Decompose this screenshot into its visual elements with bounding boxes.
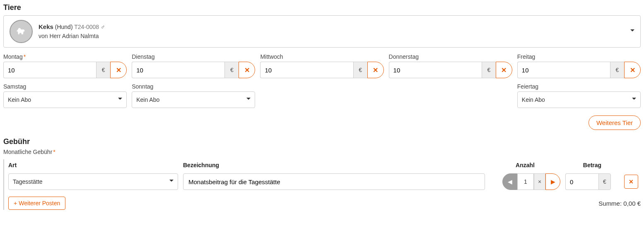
day-sonntag: Sonntag Kein Abo (132, 83, 255, 108)
col-bez: Bezeichnung (183, 162, 485, 168)
fee-row: Tagesstätte ◀ 1 × ▶ € ✕ (4, 171, 641, 192)
select-sonntag[interactable]: Kein Abo (132, 91, 255, 108)
clear-mittwoch[interactable]: ✕ (367, 62, 384, 78)
col-anzahl: Anzahl (490, 162, 560, 168)
unit-mittwoch: € (353, 62, 367, 78)
animal-card[interactable]: Keks (Hund) T24-0008 ♂ von Herr Adrian N… (3, 15, 641, 48)
clear-dienstag[interactable]: ✕ (239, 62, 255, 78)
expand-animal-toggle[interactable] (630, 28, 634, 35)
input-donnerstag[interactable] (389, 62, 482, 78)
label-montag: Montag* (3, 53, 127, 60)
section-title-fee: Gebühr (3, 137, 641, 146)
select-samstag[interactable]: Kein Abo (3, 91, 127, 108)
fee-row-delete[interactable]: ✕ (624, 175, 638, 189)
fee-sum: Summe: 0,00 € (598, 200, 641, 207)
day-feiertag: Feiertag Kein Abo (517, 83, 641, 108)
unit-donnerstag: € (482, 62, 496, 78)
fee-qty: ◀ 1 × ▶ (490, 173, 560, 190)
day-dienstag: Dienstag € ✕ (132, 53, 255, 78)
animal-meta: Keks (Hund) T24-0008 ♂ von Herr Adrian N… (39, 22, 105, 41)
qty-decrement[interactable]: ◀ (502, 173, 517, 190)
amount-unit: € (598, 173, 611, 190)
day-donnerstag: Donnerstag € ✕ (389, 53, 512, 78)
label-mittwoch: Mittwoch (260, 53, 384, 60)
weekend-grid: Samstag Kein Abo Sonntag Kein Abo Feiert… (3, 83, 641, 108)
fee-table: Art Bezeichnung Anzahl Betrag Tagesstätt… (3, 159, 641, 210)
col-betrag: Betrag (565, 162, 619, 168)
unit-dienstag: € (224, 62, 239, 78)
unit-montag: € (96, 62, 110, 78)
dog-icon (15, 26, 27, 37)
chevron-down-icon (169, 178, 174, 185)
input-montag[interactable] (3, 62, 96, 78)
animal-species: (Hund) (55, 24, 73, 30)
select-feiertag[interactable]: Kein Abo (517, 91, 641, 108)
plus-icon: + (14, 200, 17, 207)
fee-bez-input[interactable] (183, 173, 485, 190)
select-feiertag-value: Kein Abo (522, 96, 545, 103)
fee-header-row: Art Bezeichnung Anzahl Betrag (4, 159, 641, 171)
clear-montag[interactable]: ✕ (110, 62, 127, 78)
label-sonntag: Sonntag (132, 83, 255, 90)
unit-freitag: € (610, 62, 624, 78)
label-dienstag: Dienstag (132, 53, 255, 60)
fee-art-select[interactable]: Tagesstätte (8, 173, 178, 190)
label-feiertag: Feiertag (517, 83, 641, 90)
animal-name: Keks (39, 23, 53, 30)
clear-donnerstag[interactable]: ✕ (496, 62, 512, 78)
animal-id: T24-0008 (74, 24, 99, 30)
label-freitag: Freitag (517, 53, 641, 60)
clear-freitag[interactable]: ✕ (624, 62, 641, 78)
label-donnerstag: Donnerstag (389, 53, 512, 60)
input-mittwoch[interactable] (260, 62, 353, 78)
chevron-down-icon (246, 96, 251, 103)
label-samstag: Samstag (3, 83, 127, 90)
day-montag: Montag* € ✕ (3, 53, 127, 78)
fee-subtitle: Monatliche Gebühr* (3, 149, 641, 155)
input-freitag[interactable] (517, 62, 610, 78)
select-sonntag-value: Kein Abo (136, 96, 159, 103)
animal-avatar (10, 20, 33, 43)
day-mittwoch: Mittwoch € ✕ (260, 53, 384, 78)
fee-art-value: Tagesstätte (13, 178, 43, 185)
amount-input[interactable] (565, 173, 598, 190)
add-animal-button[interactable]: Weiteres Tier (589, 115, 641, 130)
animal-owner: von Herr Adrian Nalmta (39, 32, 105, 41)
col-art: Art (8, 162, 178, 168)
input-dienstag[interactable] (132, 62, 224, 78)
section-title-tiere: Tiere (3, 3, 641, 12)
chevron-down-icon (118, 96, 122, 103)
chevron-down-icon (632, 96, 636, 103)
qty-multiply-symbol: × (534, 173, 545, 190)
day-freitag: Freitag € ✕ (517, 53, 641, 78)
male-icon: ♂ (101, 24, 105, 30)
select-samstag-value: Kein Abo (8, 96, 31, 103)
add-fee-item-label: Weiterer Posten (19, 200, 60, 207)
day-samstag: Samstag Kein Abo (3, 83, 127, 108)
qty-increment[interactable]: ▶ (545, 173, 560, 190)
qty-value: 1 (517, 173, 534, 190)
weekday-grid: Montag* € ✕ Dienstag € ✕ Mittwoch € ✕ Do… (3, 53, 641, 78)
fee-amount: € (565, 173, 619, 190)
fee-footer: + Weiterer Posten Summe: 0,00 € (4, 192, 641, 210)
add-fee-item-button[interactable]: + Weiterer Posten (8, 197, 65, 210)
